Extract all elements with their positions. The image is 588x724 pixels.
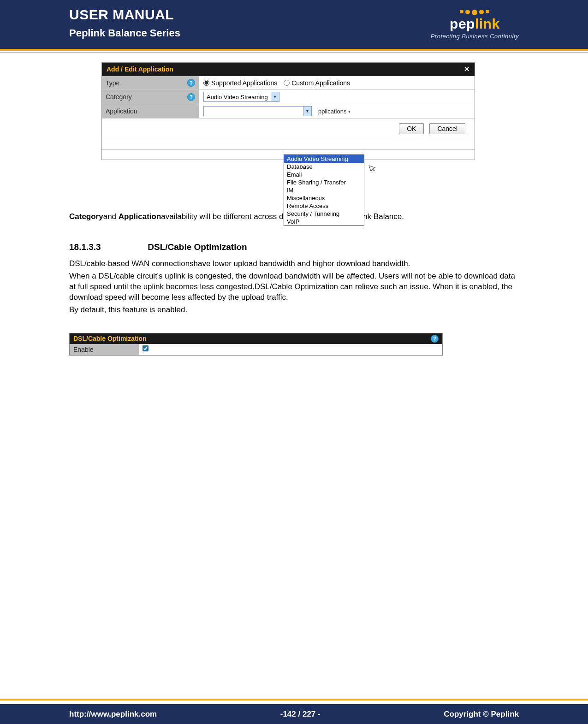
footer-url: http://www.peplink.com — [69, 710, 157, 719]
dropdown-item[interactable]: Security / Tunneling — [284, 210, 364, 218]
applications-hint: pplications ▾ — [318, 108, 350, 115]
category-label: Category — [106, 93, 132, 101]
dialog-title: Add / Edit Application — [107, 65, 173, 73]
section-paragraph: When a DSL/cable circuit's uplink is con… — [69, 271, 519, 303]
dropdown-item[interactable]: Remote Access — [284, 202, 364, 210]
application-select[interactable]: ▼ — [203, 106, 312, 116]
note-bold-1: Category — [69, 212, 103, 221]
brand-prefix: pep — [450, 16, 475, 31]
page-header: USER MANUAL Peplink Balance Series pepli… — [0, 0, 588, 53]
brand-tagline: Protecting Business Continuity — [431, 33, 519, 40]
logo-dots-icon — [460, 10, 489, 15]
footer-page: -142 / 227 - — [280, 710, 321, 719]
dropdown-item[interactable]: VoIP — [284, 218, 364, 226]
section-title: DSL/Cable Optimization — [148, 242, 247, 252]
type-supported-radio[interactable]: Supported Applications — [203, 79, 277, 87]
note-bold-2: Application — [119, 212, 161, 221]
type-label: Type — [106, 79, 119, 87]
page-footer: http://www.peplink.com -142 / 227 - Copy… — [0, 699, 588, 724]
dropdown-item[interactable]: Database — [284, 163, 364, 171]
section-heading: 18.1.3.3 DSL/Cable Optimization — [69, 242, 519, 252]
dropdown-item[interactable]: File Sharing / Transfer — [284, 178, 364, 186]
enable-label: Enable — [70, 344, 139, 355]
chevron-down-icon[interactable]: ▼ — [303, 107, 311, 116]
section-paragraph: By default, this feature is enabled. — [69, 305, 519, 315]
help-icon[interactable]: ? — [187, 93, 195, 101]
close-icon[interactable]: ✕ — [464, 65, 470, 73]
doc-subtitle: Peplink Balance Series — [69, 27, 180, 39]
dropdown-item[interactable]: Audio Video Streaming — [284, 155, 364, 163]
application-select-value — [204, 108, 303, 115]
chevron-down-icon: ▾ — [348, 109, 350, 114]
brand-logo: peplink Protecting Business Continuity — [431, 0, 519, 49]
type-custom-radio[interactable]: Custom Applications — [284, 79, 350, 87]
category-dropdown[interactable]: Audio Video Streaming Database Email Fil… — [284, 154, 364, 226]
section-number: 18.1.3.3 — [69, 242, 145, 252]
brand-suffix: link — [475, 16, 500, 31]
section-paragraph: DSL/cable-based WAN connectionshave lowe… — [69, 259, 519, 269]
dropdown-item[interactable]: IM — [284, 186, 364, 194]
dropdown-item[interactable]: Miscellaneous — [284, 194, 364, 202]
radio-supported-label: Supported Applications — [211, 79, 277, 87]
enable-checkbox[interactable] — [143, 345, 148, 351]
add-edit-application-dialog: Add / Edit Application ✕ Type ? Supporte… — [101, 62, 475, 160]
cursor-icon — [368, 163, 379, 176]
help-icon[interactable]: ? — [187, 79, 195, 87]
help-icon[interactable]: ? — [431, 335, 439, 343]
application-label: Application — [106, 107, 137, 115]
chevron-down-icon[interactable]: ▼ — [271, 92, 279, 101]
doc-title: USER MANUAL — [69, 7, 180, 23]
cancel-button[interactable]: Cancel — [429, 123, 465, 134]
footer-copyright: Copyright © Peplink — [444, 710, 519, 719]
radio-custom-label: Custom Applications — [291, 79, 350, 87]
category-select-value: Audio Video Streaming — [204, 94, 271, 101]
radio-custom[interactable] — [284, 80, 290, 86]
radio-supported[interactable] — [203, 80, 209, 86]
ok-button[interactable]: OK — [399, 123, 424, 134]
dsl-optimization-panel: DSL/Cable Optimization ? Enable — [69, 333, 443, 356]
dsl-panel-title: DSL/Cable Optimization — [73, 335, 147, 342]
dropdown-item[interactable]: Email — [284, 171, 364, 178]
category-select[interactable]: Audio Video Streaming ▼ — [203, 92, 279, 102]
